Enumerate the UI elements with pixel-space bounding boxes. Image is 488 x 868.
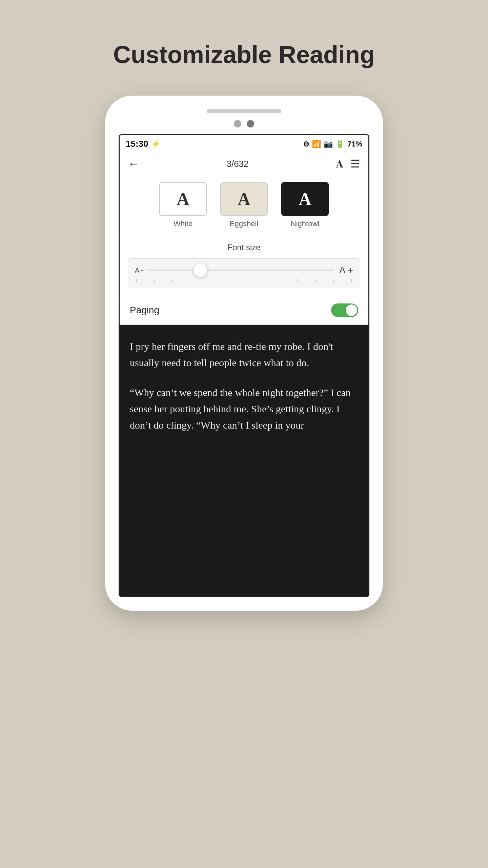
wifi-icon: 📶 xyxy=(312,140,321,149)
lightning-icon: ⚡ xyxy=(151,140,160,149)
tick-12 xyxy=(333,279,334,282)
theme-label-white: White xyxy=(174,219,192,228)
theme-option-nightowl[interactable]: A Nightowl xyxy=(281,182,329,228)
tick-8 xyxy=(262,279,262,282)
phone-notch xyxy=(207,109,281,113)
theme-label-eggshell: Eggshell xyxy=(230,219,258,228)
tick-7 xyxy=(244,279,244,282)
font-size-section: Font size A - A + xyxy=(120,235,368,296)
nav-action-icons: 𝐀︎ ☰ xyxy=(336,157,360,170)
font-size-icon[interactable]: 𝐀︎ xyxy=(336,158,344,170)
font-size-label: Font size xyxy=(128,243,360,252)
theme-selector: A White A Eggshell A Nightowl xyxy=(120,175,368,235)
tick-9 xyxy=(280,279,280,282)
reading-paragraph-1: I pry her fingers off me and re-tie my r… xyxy=(130,338,358,371)
theme-box-eggshell[interactable]: A xyxy=(220,182,268,216)
font-size-slider-thumb[interactable] xyxy=(194,263,207,277)
slider-ticks xyxy=(135,279,353,282)
font-size-slider-container: A - A + xyxy=(128,258,360,288)
nav-bar: ← 3/632 𝐀︎ ☰ xyxy=(120,153,368,175)
tick-1 xyxy=(136,279,137,282)
paging-section: Paging xyxy=(120,296,368,324)
status-time: 15:30 xyxy=(126,139,148,149)
battery-text: 71% xyxy=(347,140,362,149)
theme-label-nightowl: Nightowl xyxy=(291,219,319,228)
theme-box-nightowl[interactable]: A xyxy=(281,182,329,216)
slider-row: A - A + xyxy=(135,265,353,276)
tick-2 xyxy=(154,279,155,282)
signal-icon: ⊖ xyxy=(303,140,309,149)
menu-icon[interactable]: ☰ xyxy=(350,157,360,170)
battery-icon: 🔋 xyxy=(336,140,345,149)
back-button[interactable]: ← xyxy=(128,157,139,170)
page-indicator: 3/632 xyxy=(226,159,248,169)
dot-2[interactable] xyxy=(247,120,254,127)
reading-paragraph-2: “Why can’t we spend the whole night toge… xyxy=(130,384,358,433)
theme-box-white[interactable]: A xyxy=(159,182,207,216)
pagination-dots xyxy=(234,120,254,127)
theme-option-eggshell[interactable]: A Eggshell xyxy=(220,182,268,228)
tick-10 xyxy=(297,279,298,282)
tick-4 xyxy=(190,279,190,282)
dot-1[interactable] xyxy=(234,120,241,127)
font-size-min-label: A - xyxy=(135,267,143,274)
tick-5 xyxy=(208,279,208,282)
tick-11 xyxy=(315,279,316,282)
tick-6 xyxy=(226,279,226,282)
theme-option-white[interactable]: A White xyxy=(159,182,207,228)
status-bar: 15:30 ⚡ ⊖ 📶 📷 🔋 71% xyxy=(120,135,368,153)
status-right: ⊖ 📶 📷 🔋 71% xyxy=(303,140,362,149)
toggle-thumb xyxy=(346,304,357,316)
network-icon: 📷 xyxy=(324,140,333,149)
phone-mockup: 15:30 ⚡ ⊖ 📶 📷 🔋 71% ← 3/632 𝐀︎ ☰ xyxy=(105,96,383,611)
reading-settings-panel: A White A Eggshell A Nightowl xyxy=(120,175,368,325)
font-size-max-label: A + xyxy=(339,265,353,276)
reading-content: I pry her fingers off me and re-tie my r… xyxy=(120,325,368,596)
tick-3 xyxy=(172,279,173,282)
page-title: Customizable Reading xyxy=(113,41,375,68)
font-size-slider-track[interactable] xyxy=(148,270,334,271)
paging-label: Paging xyxy=(130,305,159,316)
phone-screen: 15:30 ⚡ ⊖ 📶 📷 🔋 71% ← 3/632 𝐀︎ ☰ xyxy=(119,134,369,597)
paging-toggle[interactable] xyxy=(331,303,358,317)
status-left: 15:30 ⚡ xyxy=(126,139,160,149)
tick-13 xyxy=(351,279,352,282)
